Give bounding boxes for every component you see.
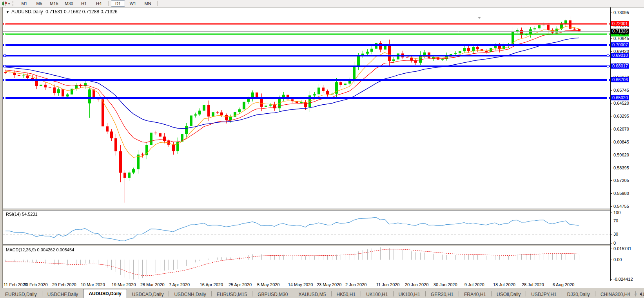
- axis-tick-mark: [611, 13, 612, 13]
- price-tick: 0.59620: [613, 153, 629, 157]
- rsi-tick: 100: [613, 210, 620, 215]
- chart-shift-marker: [478, 17, 481, 19]
- tab-scroll-left-icon[interactable]: ◄: [633, 292, 637, 296]
- rsi-tick: 0: [613, 241, 616, 245]
- date-tick: 19 Mar 2020: [112, 282, 136, 287]
- date-tick: 18 Jul 2020: [493, 282, 515, 287]
- tab-dj30-daily[interactable]: DJ30,Daily: [562, 291, 595, 298]
- rsi-pane-canvas[interactable]: [3, 211, 610, 244]
- price-tick: 0.54755: [613, 204, 629, 209]
- chart-area: ▼AUDUSD,Daily 0.71531 0.71662 0.71288 0.…: [2, 7, 644, 288]
- axis-tick-mark: [611, 129, 612, 129]
- rsi-tick: 70: [613, 218, 618, 223]
- price-line-badge: 0.69010: [611, 53, 629, 58]
- date-tick: 2 Jun 2020: [345, 282, 366, 287]
- price-line-badge: 0.68017: [611, 64, 629, 69]
- price-tick: 0.65745: [613, 88, 629, 93]
- macd-pane-canvas[interactable]: [3, 246, 610, 281]
- pane-splitter[interactable]: [3, 244, 644, 246]
- date-tick: 25 Apr 2020: [229, 282, 252, 287]
- date-tick: 20 Jun 2020: [405, 282, 429, 287]
- tab-audusd-daily[interactable]: AUDUSD,Daily: [83, 289, 127, 298]
- price-tick: 0.70645: [613, 36, 629, 41]
- timeframe-button-w1[interactable]: W1: [126, 0, 140, 7]
- price-tick: 0.63295: [613, 114, 629, 118]
- tab-usdcad-daily[interactable]: USDCAD,Daily: [127, 291, 169, 298]
- toolbar-separator: [157, 1, 158, 6]
- timeframe-button-m30[interactable]: M30: [62, 0, 76, 7]
- date-tick: 20 Feb 2020: [24, 282, 48, 287]
- date-tick: 5 May 2020: [257, 282, 279, 287]
- tab-uk100-h1[interactable]: UK100,H1: [394, 291, 425, 298]
- tab-gbpusd-m30[interactable]: GBPUSD,M30: [252, 291, 293, 298]
- price-tick: 0.73095: [613, 10, 629, 15]
- timeframe-button-h1[interactable]: H1: [77, 0, 91, 7]
- timeframe-button-h4[interactable]: H4: [92, 0, 106, 7]
- axis-tick-mark: [611, 116, 612, 116]
- tab-uk100-h1[interactable]: UK100,H1: [361, 291, 393, 298]
- macd-tick: 0.00: [613, 257, 622, 262]
- axis-tick-mark: [611, 206, 612, 207]
- main-chart-canvas[interactable]: [3, 7, 610, 209]
- date-tick: 28 Jul 2020: [522, 282, 544, 287]
- timeframe-button-mn[interactable]: MN: [141, 0, 155, 7]
- tab-usdcnh-daily[interactable]: USDCNH,Daily: [169, 291, 211, 298]
- axis-tick-mark: [611, 221, 612, 221]
- date-axis[interactable]: 11 Feb 202020 Feb 202029 Feb 202010 Mar …: [3, 281, 644, 289]
- price-tick: 0.64520: [613, 101, 629, 105]
- date-tick: 7 Apr 2020: [169, 282, 190, 287]
- axis-tick-mark: [611, 155, 612, 155]
- axis-tick-mark: [611, 243, 612, 243]
- axis-tick-mark: [611, 260, 612, 260]
- price-axis[interactable]: 0.730950.718700.706450.694200.681950.669…: [611, 7, 644, 281]
- price-tick: 0.58395: [613, 165, 629, 170]
- date-tick: 6 Aug 2020: [553, 282, 575, 287]
- tab-usdjpy-h1[interactable]: USDJPY,H1: [526, 291, 561, 298]
- chart-collapse-caret[interactable]: ▼: [6, 10, 9, 14]
- tab-fra40-h1[interactable]: FRA40,H1: [459, 291, 491, 298]
- date-tick: 11 Jun 2020: [376, 282, 400, 287]
- price-tick: 0.57205: [613, 178, 629, 183]
- timeframe-button-m1[interactable]: M1: [17, 0, 31, 7]
- rsi-tick: 30: [613, 232, 618, 236]
- tab-scroll-right-icon[interactable]: ►: [639, 292, 643, 296]
- tab-eurusd-daily[interactable]: EURUSD,Daily: [0, 291, 42, 298]
- tab-china300-h4[interactable]: CHINA300,H4: [595, 291, 635, 298]
- tab-usdchf-daily[interactable]: USDCHF,Daily: [42, 291, 83, 298]
- toolbar-grip[interactable]: [13, 1, 15, 6]
- axis-tick-mark: [611, 279, 612, 280]
- price-line-badge: 0.72001: [611, 21, 629, 26]
- tab-hk50-h1[interactable]: HK50,H1: [332, 291, 361, 298]
- pane-splitter[interactable]: [3, 209, 644, 211]
- timeframes-toolbar: ▾ M1M5M15M30H1H4D1W1MN: [0, 0, 644, 7]
- axis-tick-mark: [611, 249, 612, 249]
- chart-symbol-period: AUDUSD,Daily: [11, 9, 43, 15]
- chart-tab-bar: EURUSD,DailyUSDCHF,DailyAUDUSD,DailyUSDC…: [0, 288, 644, 298]
- macd-indicator-label: MACD(12,26,9) 0.004262 0.005454: [6, 247, 74, 252]
- price-tick: 0.60845: [613, 140, 629, 144]
- rsi-indicator-label: RSI(14) 54.5231: [6, 212, 38, 216]
- tab-xauusd-m5[interactable]: XAUUSD,M5: [293, 291, 331, 298]
- date-tick: 30 Jun 2020: [434, 282, 457, 287]
- timeframe-button-m15[interactable]: M15: [47, 0, 61, 7]
- date-tick: 28 Mar 2020: [140, 282, 165, 287]
- date-tick: 14 May 2020: [288, 282, 313, 287]
- price-tick: 0.62070: [613, 127, 629, 131]
- tab-ger30-h1[interactable]: GER30,H1: [426, 291, 459, 298]
- price-line-badge: 0.65020: [611, 95, 629, 100]
- timeframe-button-m5[interactable]: M5: [32, 0, 46, 7]
- tab-usoil-daily[interactable]: USOil,Daily: [492, 291, 526, 298]
- axis-tick-mark: [611, 193, 612, 194]
- date-tick: 23 May 2020: [317, 282, 342, 287]
- current-price-badge: 0.71326: [611, 29, 629, 34]
- tab-eurusd-m15[interactable]: EURUSD,M15: [212, 291, 252, 298]
- axis-tick-mark: [611, 180, 612, 181]
- axis-tick-mark: [611, 142, 612, 142]
- axis-tick-mark: [611, 234, 612, 234]
- chart-period-button[interactable]: ▾: [1, 0, 11, 7]
- axis-tick-mark: [611, 51, 612, 52]
- price-line-badge: 0.70007: [611, 42, 629, 47]
- candlestick-chart-icon: [2, 1, 7, 6]
- timeframe-button-d1[interactable]: D1: [111, 0, 125, 7]
- price-line-badge: 0.66706: [611, 77, 629, 82]
